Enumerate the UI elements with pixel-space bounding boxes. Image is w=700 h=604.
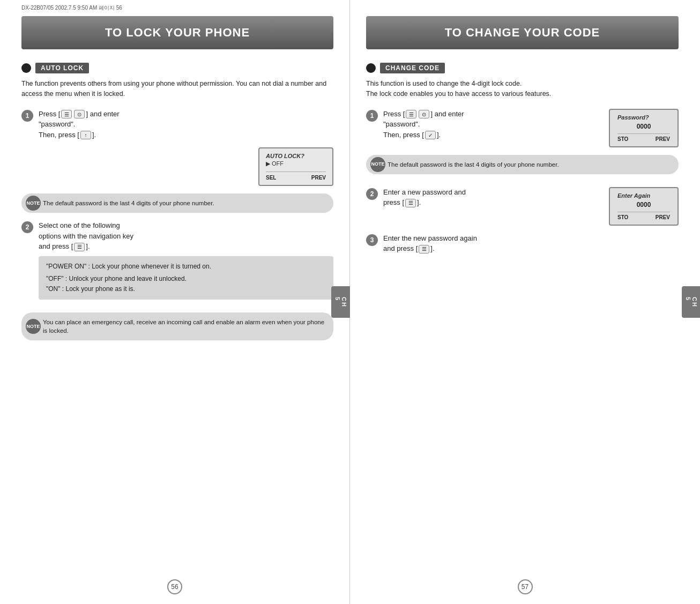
right-sto-btn: STO — [617, 136, 628, 142]
option-on: "ON" : Lock your phone as it is. — [46, 284, 326, 294]
enter-again-buttons: STO PREV — [617, 212, 670, 220]
change-code-desc1: This function is used to change the 4-di… — [366, 80, 522, 87]
key-up-icon: ↑ — [80, 131, 91, 139]
right-page: TO CHANGE YOUR CODE CHANGE CODE This fun… — [350, 0, 700, 604]
key-lock-icon: ⊙ — [74, 110, 85, 118]
enter-sto-btn: STO — [617, 214, 628, 220]
right-section-dot — [366, 63, 376, 73]
left-step2: 2 Select one of the following options wi… — [21, 220, 333, 300]
screen-arrow: ▶ OFF — [266, 160, 326, 167]
right-key-nav3-icon: ☰ — [419, 245, 429, 253]
enter-again-value: 0000 — [617, 201, 670, 208]
step2-content: Select one of the following options with… — [39, 220, 333, 300]
auto-lock-label: AUTO LOCK — [35, 63, 89, 73]
pass-screen-title: Password? — [617, 114, 670, 121]
option-off: "OFF" : Unlock your phone and leave it u… — [46, 274, 326, 284]
left-ch5-tab: CH5 — [331, 286, 351, 318]
step1-number: 1 — [21, 110, 33, 122]
pass-screen-buttons: STO PREV — [617, 133, 670, 142]
enter-prev-btn: PREV — [656, 214, 670, 220]
right-step1-content: Press [☰⊙] and enter "password". Then, p… — [383, 109, 609, 140]
change-code-desc2: The lock code enables you to have access… — [366, 90, 551, 98]
step2-text: Select one of the following options with… — [39, 220, 333, 252]
left-step1-content: 1 Press [☰⊙] and enter "password". Then,… — [21, 109, 333, 187]
left-page-header: TO LOCK YOUR PHONE — [21, 16, 333, 49]
right-step3-number: 3 — [366, 234, 378, 246]
auto-lock-screen: AUTO LOCK? ▶ OFF SEL PREV — [258, 147, 333, 186]
password-screen: Password? 0000 STO PREV — [609, 109, 679, 147]
options-box: "POWER ON" : Lock your phone whenever it… — [39, 256, 333, 300]
right-key-nav2-icon: ☰ — [405, 199, 416, 207]
right-ch5-tab: CH5 — [682, 286, 700, 318]
right-step1: 1 Press [☰⊙] and enter "password". Then,… — [366, 109, 679, 147]
note1-text: The default password is the last 4 digit… — [43, 200, 214, 206]
right-note1: NOTE The default password is the last 4 … — [366, 155, 679, 174]
right-key-menu-icon: ☰ — [406, 110, 416, 118]
screen-buttons: SEL PREV — [266, 171, 326, 181]
right-page-number: 57 — [518, 579, 533, 594]
note2-icon: NOTE — [26, 319, 41, 334]
right-step1-number: 1 — [366, 110, 378, 122]
right-page-header: TO CHANGE YOUR CODE — [366, 16, 679, 49]
right-step1-text: Press [☰⊙] and enter "password". Then, p… — [383, 109, 609, 140]
right-step2-content: Enter a new password and press [☰]. — [383, 187, 609, 208]
enter-again-title: Enter Again — [617, 192, 670, 199]
sel-btn: SEL — [266, 175, 276, 181]
right-step3-content: Enter the new password again and press [… — [383, 233, 679, 254]
enter-again-screen: Enter Again 0000 STO PREV — [609, 187, 679, 226]
note-icon: NOTE — [26, 196, 41, 211]
change-code-label: CHANGE CODE — [380, 63, 445, 73]
left-note2: NOTE You can place an emergency call, re… — [21, 312, 333, 340]
left-note1: NOTE The default password is the last 4 … — [21, 193, 333, 213]
right-prev-btn: PREV — [656, 136, 670, 142]
file-info: DX-22B07/05 2002.7.5 9:50 AM 페이지 56 — [21, 4, 122, 12]
left-page: DX-22B07/05 2002.7.5 9:50 AM 페이지 56 TO L… — [0, 0, 350, 604]
left-page-number: 56 — [167, 579, 182, 594]
screen-title: AUTO LOCK? — [266, 153, 326, 159]
right-step2: 2 Enter a new password and press [☰]. En… — [366, 187, 679, 226]
note2-text: You can place an emergency call, receive… — [43, 319, 324, 334]
section-dot — [21, 63, 31, 73]
option-power-on: "POWER ON" : Lock your phone whenever it… — [46, 262, 326, 272]
auto-lock-section-title: AUTO LOCK — [21, 63, 333, 73]
change-code-section-title: CHANGE CODE — [366, 63, 679, 73]
right-step2-number: 2 — [366, 188, 378, 200]
key-menu-icon: ☰ — [61, 110, 72, 118]
pass-screen-value: 0000 — [617, 123, 670, 130]
right-note1-icon: NOTE — [370, 157, 385, 172]
key-nav-icon: ☰ — [74, 243, 85, 251]
right-step2-text: Enter a new password and press [☰]. — [383, 187, 609, 208]
right-note1-text: The default password is the last 4 digit… — [388, 161, 559, 168]
right-key-sel-icon: ✓ — [425, 131, 436, 139]
right-key-lock-icon: ⊙ — [419, 110, 429, 118]
page-spread: DX-22B07/05 2002.7.5 9:50 AM 페이지 56 TO L… — [0, 0, 700, 604]
prev-btn: PREV — [311, 175, 326, 181]
auto-lock-description: The function prevents others from using … — [21, 79, 333, 99]
step2-number: 2 — [21, 221, 33, 233]
right-step3-text: Enter the new password again and press [… — [383, 233, 679, 254]
step1-text: Press [☰⊙] and enter "password". Then, p… — [39, 109, 120, 140]
change-code-description: This function is used to change the 4-di… — [366, 79, 679, 99]
left-step1: 1 Press [☰⊙] and enter "password". Then,… — [21, 109, 333, 187]
right-step3: 3 Enter the new password again and press… — [366, 233, 679, 254]
